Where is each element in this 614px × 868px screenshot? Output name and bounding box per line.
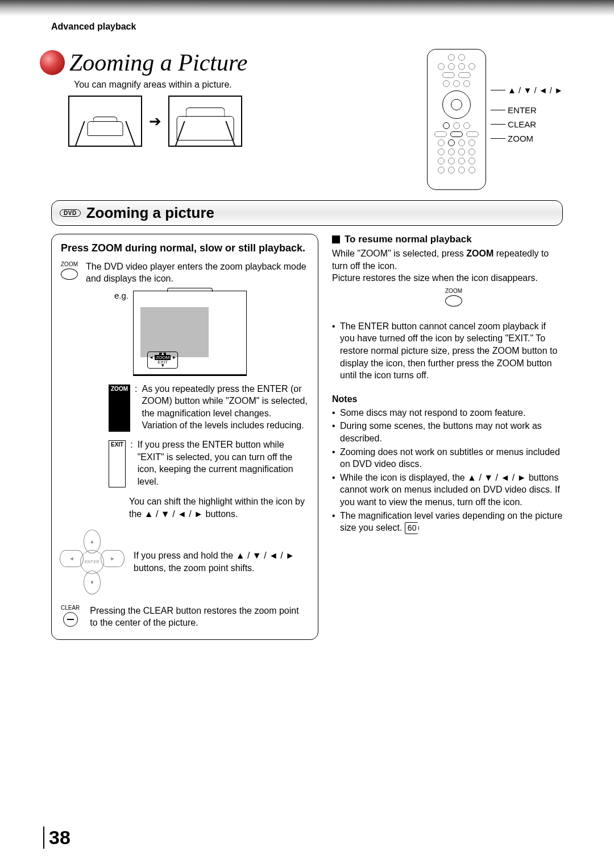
remote-dpad-icon bbox=[442, 90, 471, 119]
shift-hold-text: If you press and hold the ▲ / ▼ / ◄ / ► … bbox=[134, 549, 309, 574]
zoom-button-icon-2: ZOOM bbox=[345, 288, 563, 307]
shift-highlight-text: You can shift the highlight within the i… bbox=[129, 495, 309, 520]
note-item: Some discs may not respond to zoom featu… bbox=[332, 407, 563, 419]
resume-bullet: The ENTER button cannot cancel zoom play… bbox=[332, 320, 563, 382]
panel-heading: Press ZOOM during normal, slow or still … bbox=[61, 242, 309, 254]
dpad-icon: ▲ ▼ ◄ ► ENTER bbox=[61, 531, 123, 593]
clear-text: Pressing the CLEAR button restores the z… bbox=[90, 605, 309, 629]
note-item: While the icon is displayed, the ▲ / ▼ /… bbox=[332, 472, 563, 509]
note-item: During some scenes, the buttons may not … bbox=[332, 420, 563, 444]
resume-p1: While "ZOOM" is selected, press ZOOM rep… bbox=[332, 247, 563, 272]
tv-screen-icon: ▲ ◄ ZOOM ► EXIT ▼ bbox=[133, 291, 247, 376]
callout-arrows: ▲ / ▼ / ◄ / ► bbox=[508, 85, 563, 95]
osd-zoom-exit-icon: ▲ ◄ ZOOM ► EXIT ▼ bbox=[147, 352, 178, 369]
eg-label: e.g. bbox=[114, 291, 128, 300]
notes-heading: Notes bbox=[332, 394, 563, 404]
page-subtitle: You can magnify areas within a picture. bbox=[74, 80, 247, 90]
section-heading-bar: DVD Zooming a picture bbox=[51, 200, 563, 226]
instruction-panel: Press ZOOM during normal, slow or still … bbox=[51, 234, 318, 640]
note-item: The magnification level varies depending… bbox=[332, 510, 563, 534]
notes-list: Some discs may not respond to zoom featu… bbox=[332, 407, 563, 534]
breadcrumb: Advanced playback bbox=[51, 22, 563, 32]
square-bullet-icon bbox=[332, 235, 340, 243]
clear-button-label: CLEAR bbox=[61, 605, 80, 611]
zoom-illustration: ➔ bbox=[68, 96, 247, 147]
arrow-right-icon: ➔ bbox=[149, 113, 161, 130]
zoom-button-label: ZOOM bbox=[61, 261, 78, 267]
resume-heading: To resume normal playback bbox=[332, 234, 563, 245]
zoom-button-icon: ZOOM bbox=[61, 261, 78, 280]
callout-zoom: ZOOM bbox=[508, 134, 533, 143]
dpad-center-label: ENTER bbox=[80, 550, 104, 574]
page-ref-icon: 60 bbox=[405, 522, 420, 534]
step1-text: The DVD video player enters the zoom pla… bbox=[86, 261, 309, 285]
car-after-icon bbox=[168, 96, 242, 147]
zoom-def-text: As you repeatedly press the ENTER (or ZO… bbox=[142, 383, 309, 432]
clear-button-icon: CLEAR bbox=[61, 605, 80, 627]
page-number: 38 bbox=[43, 826, 70, 849]
section-heading: Zooming a picture bbox=[86, 204, 214, 222]
top-gradient bbox=[0, 0, 614, 16]
exit-tag-icon: EXIT bbox=[109, 440, 126, 487]
callout-enter: ENTER bbox=[508, 105, 537, 115]
zoom-tag-icon: ZOOM bbox=[109, 385, 130, 432]
section-bullet-icon bbox=[40, 50, 65, 75]
page-title: Zooming a Picture bbox=[69, 49, 247, 76]
dvd-badge-icon: DVD bbox=[60, 209, 81, 217]
exit-def-text: If you press the ENTER button while "EXI… bbox=[138, 439, 309, 487]
remote-control-icon bbox=[427, 49, 486, 190]
note-item: Zooming does not work on subtitles or me… bbox=[332, 446, 563, 470]
remote-callouts: ▲ / ▼ / ◄ / ► ENTER CLEAR ZOOM bbox=[491, 85, 563, 143]
resume-p2: Picture restores the size when the icon … bbox=[332, 272, 563, 284]
callout-clear: CLEAR bbox=[508, 119, 536, 129]
car-before-icon bbox=[68, 96, 142, 147]
